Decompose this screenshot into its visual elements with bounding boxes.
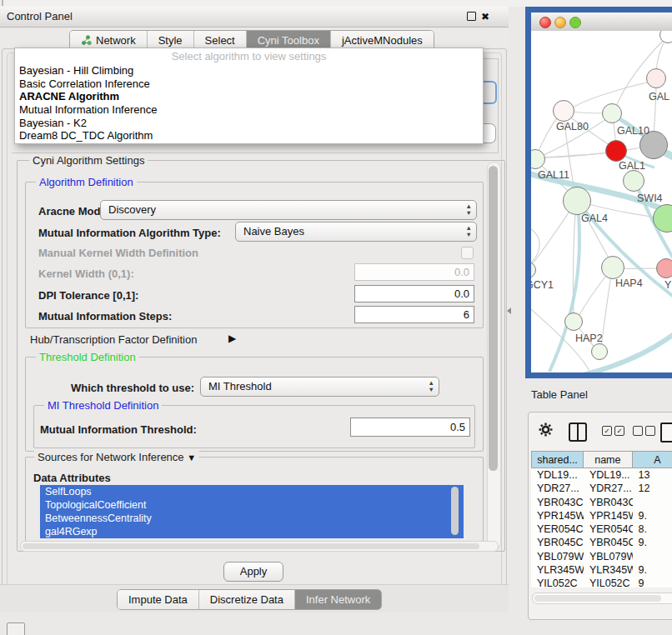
sources-title: Sources for Network Inference ▼ (34, 451, 199, 464)
algorithm-option-aracne-algorithm[interactable]: ARACNE Algorithm (15, 90, 483, 103)
cell: 13 (633, 468, 672, 482)
manual-kernel-label: Manual Kernel Width Definition (38, 247, 198, 259)
node-label-gal: GAL (649, 91, 669, 102)
attributes-scrollbar-thumb[interactable] (451, 487, 459, 535)
splitter-handle[interactable] (507, 308, 511, 314)
close-icon[interactable]: ✖ (481, 8, 489, 26)
algorithm-list: Bayesian - Hill ClimbingBasic Correlatio… (15, 64, 483, 142)
algorithm-option-bayesian-hill-climbing[interactable]: Bayesian - Hill Climbing (15, 64, 483, 78)
algorithm-option-dream8-dc-tdc-algorithm[interactable]: Dream8 DC_TDC Algorithm (15, 129, 483, 142)
attribute-item-betweennesscentrality[interactable]: BetweennessCentrality (40, 512, 464, 525)
kernel-width-input[interactable] (354, 263, 474, 281)
cell: 9. (633, 509, 672, 522)
manual-kernel-checkbox[interactable] (461, 247, 474, 259)
mi-threshold-input[interactable] (350, 418, 470, 437)
tab-label: Discretize Data (210, 593, 283, 606)
table-row[interactable]: YDL19...YDL19...13 (531, 468, 672, 482)
stepper-icon: ▲▼ (466, 225, 472, 238)
table-panel-title: Table Panel (531, 388, 588, 401)
control-panel-title: Control Panel (7, 7, 73, 27)
bottom-tab-infer-network[interactable]: Infer Network (294, 590, 381, 609)
table-row[interactable]: YER054CYER054C8. (531, 522, 672, 536)
float-window-icon[interactable] (467, 12, 476, 21)
gear-icon[interactable] (539, 422, 553, 440)
hide-columns-icon[interactable] (633, 426, 658, 436)
bottom-tab-bar: Impute DataDiscretize DataInfer Network (117, 589, 382, 610)
network-node-hap2[interactable] (564, 312, 583, 331)
cell: YBR045C (531, 536, 584, 549)
dpi-tolerance-input[interactable] (354, 285, 474, 302)
table-toolbar: ✓✓ (529, 419, 672, 448)
network-canvas[interactable]: GALGAL80GAL10GAL1GAL11SWI4GAL4GCY1HAP4YH… (531, 31, 672, 372)
collapse-arrow-icon[interactable]: ▼ (187, 452, 196, 462)
table-header: shared...nameA (531, 451, 672, 468)
network-node-gal80[interactable] (553, 100, 574, 122)
network-node-hap4[interactable] (601, 256, 624, 279)
split-columns-icon[interactable] (569, 422, 587, 442)
hub-section-label[interactable]: Hub/Transcription Factor Definition (30, 333, 197, 346)
control-panel-titlebar (0, 7, 509, 28)
table-row[interactable]: YBR045CYBR045C9. (531, 536, 672, 549)
apply-button[interactable]: Apply (223, 562, 283, 582)
network-titlebar (531, 12, 672, 32)
table-row[interactable]: YDR27...YDR27...12 (531, 482, 672, 495)
column-header-name[interactable]: name (584, 451, 633, 468)
attribute-item-selfloops[interactable]: SelfLoops (40, 485, 464, 498)
algorithm-option-basic-correlation-inference[interactable]: Basic Correlation Inference (15, 78, 483, 91)
node-label-hap4: HAP4 (615, 278, 643, 289)
table-row[interactable]: YLR345WYLR345W9. (531, 563, 672, 577)
corner-button[interactable] (7, 622, 25, 635)
table-row[interactable]: YBR043CYBR043C (531, 496, 672, 509)
dpi-tolerance-label: DPI Tolerance [0,1]: (38, 289, 138, 302)
cell: YLR345W (531, 563, 584, 577)
network-node-gal4[interactable] (563, 187, 591, 215)
bottom-tab-discretize-data[interactable]: Discretize Data (198, 590, 294, 609)
network-node[interactable] (591, 343, 608, 360)
node-label-gal1: GAL1 (619, 160, 645, 172)
attribute-item-gal4rgexp[interactable]: gal4RGexp (40, 525, 464, 538)
node-label-gcy1: GCY1 (531, 279, 554, 291)
network-node-swi4[interactable] (623, 170, 644, 192)
network-node-gal1[interactable] (605, 140, 627, 162)
table-hscrollbar-thumb[interactable] (534, 595, 661, 602)
attributes-hscrollbar-thumb[interactable] (23, 543, 479, 549)
algorithm-option-mutual-information-inference[interactable]: Mutual Information Inference (15, 103, 483, 117)
table-row[interactable]: YPR145WYPR145W9. (531, 509, 672, 522)
table-hscrollbar[interactable] (532, 592, 672, 604)
mi-threshold-label: Mutual Information Threshold: (40, 423, 197, 436)
which-threshold-value: MI Threshold (208, 378, 272, 396)
attribute-item-topologicalcoefficient[interactable]: TopologicalCoefficient (40, 498, 464, 512)
bottom-tab-impute-data[interactable]: Impute Data (118, 590, 198, 609)
cell: YPR145W (584, 509, 633, 522)
aracne-mode-combo[interactable]: Discovery ▲▼ (100, 200, 477, 220)
network-node-gal10[interactable] (602, 103, 622, 123)
network-node-y[interactable] (656, 258, 672, 278)
stepper-icon: ▲▼ (466, 203, 472, 217)
node-label-gal4: GAL4 (581, 212, 608, 224)
mi-steps-input[interactable] (354, 306, 474, 323)
data-attributes-label: Data Attributes (33, 472, 111, 484)
cell: YIL052C (531, 577, 584, 588)
network-node-gal[interactable] (646, 68, 666, 88)
which-threshold-label: Which threshold to use: (71, 382, 194, 394)
tab-label: Cyni Toolbox (258, 34, 319, 47)
table-row[interactable]: YBL079WYBL079W (531, 550, 672, 563)
column-header-a[interactable]: A (633, 451, 672, 468)
aracne-mode-value: Discovery (108, 201, 156, 219)
kernel-width-label: Kernel Width (0,1): (38, 268, 134, 280)
expand-right-icon[interactable]: ▶ (228, 332, 236, 344)
table-row[interactable]: YIL052CYIL052C9 (531, 577, 672, 588)
minimize-traffic-light[interactable] (554, 17, 566, 28)
mi-type-combo[interactable]: Naive Bayes ▲▼ (235, 222, 477, 242)
close-traffic-light[interactable] (539, 17, 551, 28)
show-checked-columns-icon[interactable]: ✓✓ (602, 426, 627, 436)
which-threshold-combo[interactable]: MI Threshold ▲▼ (200, 377, 439, 397)
column-header-shared[interactable]: shared... (531, 451, 584, 468)
algorithm-option-bayesian-k2[interactable]: Bayesian - K2 (15, 117, 483, 130)
settings-scrollbar-thumb[interactable] (489, 166, 498, 471)
cell: YDL19... (584, 468, 633, 482)
mi-type-label: Mutual Information Algorithm Type: (38, 227, 221, 239)
document-icon[interactable] (660, 422, 672, 442)
attributes-hscrollbar[interactable] (20, 541, 499, 552)
zoom-traffic-light[interactable] (569, 17, 581, 28)
